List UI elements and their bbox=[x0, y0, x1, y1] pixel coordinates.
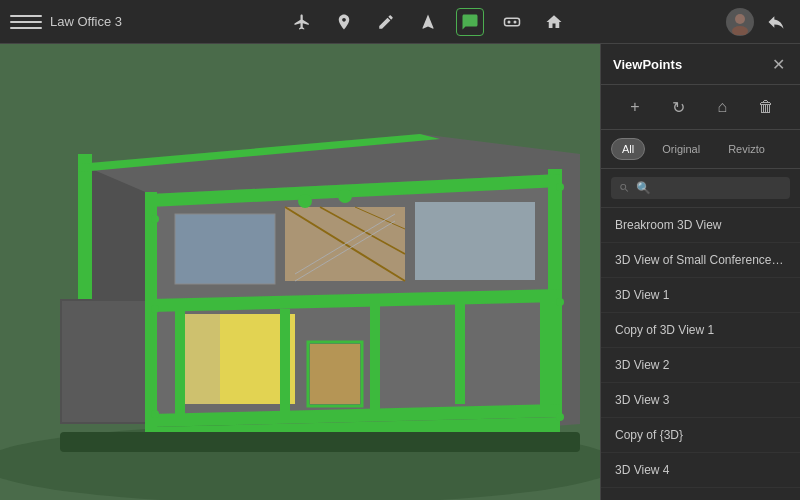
svg-point-2 bbox=[514, 20, 517, 23]
home-viewpoint-button[interactable]: ⌂ bbox=[708, 93, 736, 121]
content-area: ViewPoints ✕ + ↻ ⌂ 🗑 All Original Revizt… bbox=[0, 44, 800, 500]
search-input[interactable] bbox=[636, 181, 782, 195]
viewpoint-item-copy3dview1[interactable]: Copy of 3D View 1 bbox=[601, 313, 800, 348]
svg-rect-0 bbox=[505, 18, 520, 26]
filter-tab-all[interactable]: All bbox=[611, 138, 645, 160]
viewpoint-item-3dview2[interactable]: 3D View 2 bbox=[601, 348, 800, 383]
panel-actions: + ↻ ⌂ 🗑 bbox=[601, 85, 800, 130]
svg-point-43 bbox=[151, 305, 159, 313]
svg-rect-32 bbox=[370, 306, 380, 411]
viewpoint-item-3dview1[interactable]: 3D View 1 bbox=[601, 278, 800, 313]
svg-point-42 bbox=[151, 215, 159, 223]
viewpoint-item-conference[interactable]: 3D View of Small Conference Room bbox=[601, 243, 800, 278]
svg-point-3 bbox=[735, 14, 745, 24]
svg-rect-16 bbox=[175, 214, 275, 284]
svg-rect-25 bbox=[415, 202, 535, 280]
toolbar-center bbox=[138, 8, 718, 36]
viewpoint-item-3dview4[interactable]: 3D View 4 bbox=[601, 453, 800, 488]
hamburger-menu[interactable] bbox=[10, 8, 42, 36]
svg-point-44 bbox=[151, 410, 159, 418]
search-container bbox=[601, 169, 800, 208]
comment-icon[interactable] bbox=[456, 8, 484, 36]
svg-point-45 bbox=[556, 183, 564, 191]
panel-title: ViewPoints bbox=[613, 57, 682, 72]
svg-point-4 bbox=[732, 26, 748, 35]
refresh-button[interactable]: ↻ bbox=[665, 93, 693, 121]
toolbar-left: Law Office 3 bbox=[10, 8, 130, 36]
svg-rect-34 bbox=[540, 302, 550, 407]
svg-point-1 bbox=[508, 20, 511, 23]
viewpoint-item-copy3d[interactable]: Copy of {3D} bbox=[601, 418, 800, 453]
delete-viewpoint-button[interactable]: 🗑 bbox=[752, 93, 780, 121]
filter-tab-revizto[interactable]: Revizto bbox=[717, 138, 776, 160]
navigation-icon[interactable] bbox=[414, 8, 442, 36]
filter-tabs: All Original Revizto bbox=[601, 130, 800, 169]
project-title: Law Office 3 bbox=[50, 14, 122, 29]
location-pin-icon[interactable] bbox=[330, 8, 358, 36]
add-viewpoint-button[interactable]: + bbox=[621, 93, 649, 121]
filter-tab-original[interactable]: Original bbox=[651, 138, 711, 160]
edit-pencil-icon[interactable] bbox=[372, 8, 400, 36]
panel-header: ViewPoints ✕ bbox=[601, 44, 800, 85]
svg-rect-31 bbox=[280, 309, 290, 414]
svg-rect-30 bbox=[175, 309, 185, 414]
user-avatar[interactable] bbox=[726, 8, 754, 36]
airplane-icon[interactable] bbox=[288, 8, 316, 36]
svg-point-35 bbox=[298, 194, 312, 208]
svg-rect-33 bbox=[455, 304, 465, 404]
vr-headset-icon[interactable] bbox=[498, 8, 526, 36]
viewpoint-item-3dview3[interactable]: 3D View 3 bbox=[601, 383, 800, 418]
viewpoint-item-breakroom[interactable]: Breakroom 3D View bbox=[601, 208, 800, 243]
svg-point-36 bbox=[338, 189, 352, 203]
panel-close-button[interactable]: ✕ bbox=[768, 54, 788, 74]
toolbar-right bbox=[726, 8, 790, 36]
svg-rect-28 bbox=[310, 344, 360, 404]
viewpoint-item-3dview5[interactable]: 3D View 5 bbox=[601, 488, 800, 500]
svg-point-46 bbox=[556, 298, 564, 306]
toolbar: Law Office 3 bbox=[0, 0, 800, 44]
svg-rect-41 bbox=[60, 432, 580, 452]
app-container: Law Office 3 bbox=[0, 0, 800, 500]
viewpoints-panel: ViewPoints ✕ + ↻ ⌂ 🗑 All Original Revizt… bbox=[600, 44, 800, 500]
home-toolbar-icon[interactable] bbox=[540, 8, 568, 36]
svg-rect-39 bbox=[62, 301, 150, 422]
search-input-wrap bbox=[611, 177, 790, 199]
exit-icon[interactable] bbox=[762, 8, 790, 36]
search-icon bbox=[619, 182, 630, 194]
3d-viewport[interactable] bbox=[0, 44, 600, 500]
svg-point-47 bbox=[556, 413, 564, 421]
viewpoint-list: Breakroom 3D View 3D View of Small Confe… bbox=[601, 208, 800, 500]
